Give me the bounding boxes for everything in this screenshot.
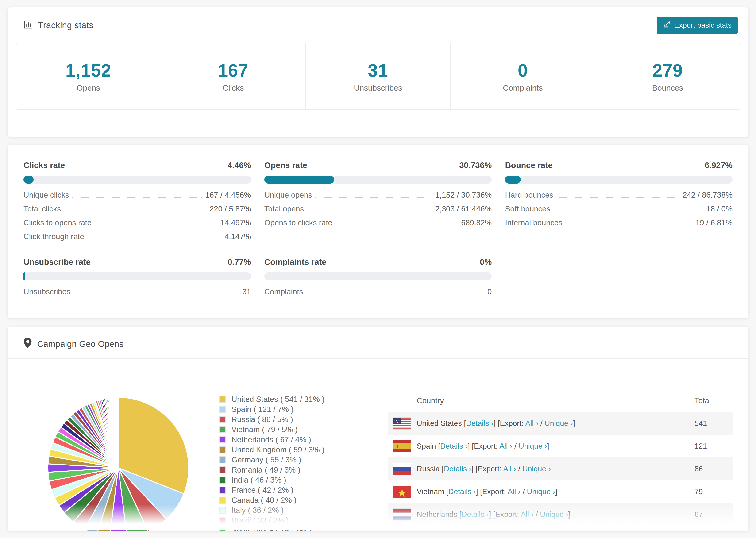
rate-grid: Clicks rate4.46%Unique clicks167 / 4.456… (8, 145, 748, 317)
summary-stat-value: 0 (518, 60, 528, 81)
dotted-leader (307, 211, 432, 211)
export-unique-link[interactable]: Unique › (522, 464, 551, 473)
rate-value: 4.46% (228, 161, 251, 170)
legend-swatch (219, 416, 226, 423)
legend-swatch (219, 436, 226, 443)
details-link[interactable]: Details › (449, 487, 476, 496)
rate-detail-list: Hard bounces242 / 86.738%Soft bounces18 … (505, 190, 732, 232)
dotted-leader (336, 225, 458, 225)
rate-detail-value: 0 (487, 287, 492, 296)
legend-item[interactable]: Brazil ( 33 / 2% ) (219, 515, 324, 525)
summary-stat-label: Complaints (503, 83, 543, 92)
rate-progress-track (24, 176, 251, 184)
export-unique-link[interactable]: Unique › (544, 419, 573, 427)
export-prefix: ] [Export: (476, 487, 508, 496)
rate-detail-row: Clicks to opens rate14.497% (24, 218, 251, 232)
legend-item[interactable]: Netherlands ( 67 / 4% ) (219, 435, 324, 445)
rate-detail-label: Internal bounces (505, 218, 562, 227)
rate-detail-label: Total clicks (24, 204, 61, 213)
rate-detail-row: Opens to clicks rate689.82% (264, 218, 492, 232)
legend-swatch (219, 497, 226, 504)
geo-table-row: Russia [Details ›] [Export: All › / Uniq… (388, 457, 732, 480)
legend-item[interactable]: Vietnam ( 79 / 5% ) (219, 424, 324, 435)
legend-swatch (219, 406, 226, 413)
rate-detail-row: Unique clicks167 / 4.456% (24, 190, 251, 204)
summary-stat-value: 1,152 (66, 60, 111, 81)
rate-progress-track (264, 272, 492, 280)
rate-progress-fill (24, 272, 26, 280)
rate-detail-value: 167 / 4.456% (205, 190, 251, 199)
details-link[interactable]: Details › (466, 419, 494, 427)
export-unique-link[interactable]: Unique › (540, 510, 568, 518)
legend-item[interactable]: Russia ( 86 / 5% ) (219, 414, 324, 424)
legend-item[interactable]: France ( 42 / 2% ) (219, 485, 324, 495)
export-all-link[interactable]: All › (499, 442, 512, 450)
legend-item[interactable]: Spain ( 121 / 7% ) (219, 404, 324, 414)
legend-label: Vietnam ( 79 / 5% ) (232, 425, 298, 434)
rate-detail-label: Click through rate (24, 232, 84, 241)
close-bracket: ] (555, 487, 557, 496)
rate-detail-row: Complaints0 (264, 287, 492, 301)
details-link[interactable]: Details › (440, 442, 468, 450)
rate-detail-label: Unsubscribes (24, 287, 71, 296)
geo-row-total: 79 (694, 487, 703, 496)
rate-detail-label: Unique opens (264, 190, 312, 199)
campaign-geo-opens-header: Campaign Geo Opens (8, 327, 748, 359)
export-all-link[interactable]: All › (525, 419, 538, 427)
legend-item[interactable]: South Africa ( 29 / 2% ) (219, 525, 324, 531)
geo-country-table: Country Total United States [Details ›] … (388, 389, 732, 531)
rate-detail-label: Hard bounces (505, 190, 553, 199)
dotted-leader (64, 211, 206, 211)
legend-item[interactable]: Germany ( 55 / 3% ) (219, 455, 324, 465)
geo-table-header-row: Country Total (388, 389, 732, 412)
legend-label: France ( 42 / 2% ) (232, 486, 294, 495)
summary-stat-label: Bounces (652, 83, 683, 92)
legend-label: India ( 46 / 3% ) (232, 476, 286, 484)
dotted-leader (72, 197, 202, 198)
export-all-link[interactable]: All › (521, 510, 534, 518)
rate-title: Unsubscribe rate (24, 257, 91, 267)
legend-label: Brazil ( 33 / 2% ) (232, 516, 289, 525)
flag-nl-icon (393, 509, 411, 520)
legend-item[interactable]: Canada ( 40 / 2% ) (219, 495, 324, 505)
rate-detail-row: Unique opens1,152 / 30.736% (264, 190, 492, 204)
legend-item[interactable]: India ( 46 / 3% ) (219, 475, 324, 485)
export-all-link[interactable]: All › (508, 487, 520, 496)
flag-vn-icon (393, 486, 411, 498)
export-basic-stats-button[interactable]: Export basic stats (657, 17, 738, 34)
summary-stat-label: Clicks (223, 83, 244, 92)
country-name: Spain [ (417, 442, 440, 450)
geo-row-total: 67 (694, 510, 703, 519)
rate-detail-label: Total opens (264, 204, 304, 213)
legend-item[interactable]: Romania ( 49 / 3% ) (219, 465, 324, 475)
dotted-leader (95, 225, 217, 225)
geo-row-text: United States [Details ›] [Export: All ›… (417, 419, 575, 428)
details-link[interactable]: Details › (461, 510, 489, 518)
geo-pie-chart[interactable] (45, 395, 191, 531)
legend-item[interactable]: United Kingdom ( 59 / 3% ) (219, 445, 324, 455)
separator: / (534, 510, 540, 518)
export-all-link[interactable]: All › (503, 464, 516, 473)
rate-block-header: Bounce rate6.927% (505, 161, 732, 170)
legend-item[interactable]: United States ( 541 / 31% ) (219, 394, 324, 404)
dotted-leader (315, 197, 432, 198)
rate-detail-value: 689.82% (461, 218, 492, 227)
rate-block: Unsubscribe rate0.77%Unsubscribes31 (24, 257, 251, 301)
geo-row-text: Vietnam [Details ›] [Export: All › / Uni… (417, 487, 557, 496)
export-unique-link[interactable]: Unique › (527, 487, 555, 496)
summary-stat-cell: 1,152Opens (16, 43, 161, 109)
legend-swatch (219, 426, 226, 433)
rate-detail-list: Unique opens1,152 / 30.736%Total opens2,… (264, 190, 492, 232)
details-link[interactable]: Details › (444, 464, 471, 473)
rate-title: Complaints rate (264, 257, 327, 267)
rate-value: 0.77% (228, 257, 251, 267)
country-name: Vietnam [ (417, 487, 449, 496)
pie-slice[interactable] (118, 398, 118, 468)
campaign-geo-opens-card: Campaign Geo Opens United States ( 541 /… (8, 327, 748, 531)
geo-pie-legend: United States ( 541 / 31% )Spain ( 121 /… (219, 394, 324, 531)
country-name: Russia [ (417, 464, 444, 473)
rate-detail-label: Clicks to opens rate (24, 218, 91, 227)
rate-detail-value: 242 / 86.738% (682, 190, 732, 199)
legend-item[interactable]: Italy ( 36 / 2% ) (219, 505, 324, 515)
export-unique-link[interactable]: Unique › (519, 442, 547, 450)
